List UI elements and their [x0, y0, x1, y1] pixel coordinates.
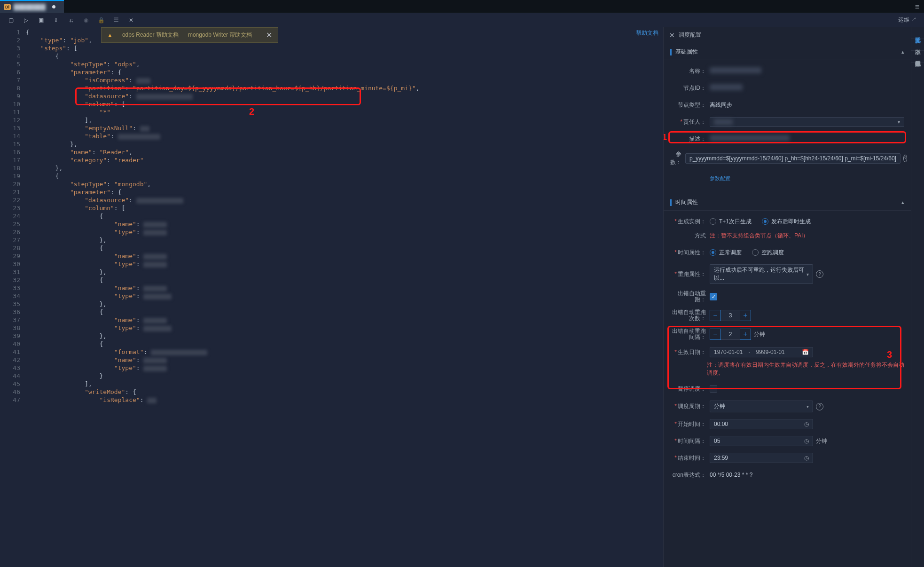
radio-normal-schedule[interactable]: 正常调度 — [710, 249, 742, 257]
name-value — [710, 67, 761, 73]
cycle-label: *调度周期： — [670, 402, 710, 410]
stop-icon[interactable]: ◉ — [79, 15, 93, 26]
help-banner: ▲ odps Reader 帮助文档 mongodb Writer 帮助文档 ✕ — [101, 27, 278, 43]
file-tab[interactable]: Di ████████ — [0, 0, 64, 13]
toolbar: ▢ ▷ ▣ ⇪ ⎌ ◉ 🔒 ☰ ✕ 运维 ↗ — [0, 13, 924, 27]
help-icon[interactable]: ? — [903, 155, 907, 162]
desc-value — [710, 135, 790, 141]
owner-select[interactable]: ▾ — [710, 117, 904, 127]
save-icon[interactable]: ▢ — [4, 15, 18, 26]
ops-link[interactable]: 运维 ↗ — [894, 16, 920, 24]
effective-date-note: 注：调度将在有效日期内生效并自动调度，反之，在有效期外的任务将不会自动调度。 — [707, 361, 904, 377]
end-time-input[interactable]: 23:59 ◷ — [710, 453, 813, 463]
di-badge-icon: Di — [4, 4, 11, 10]
params-input[interactable]: p_yyyymmdd=$[yyyymmdd-15/24/60] p_hh=$[h… — [685, 153, 901, 164]
tab-version[interactable]: 版本 — [911, 39, 924, 51]
radio-publish-immediate[interactable]: 发布后即时生成 — [762, 218, 811, 226]
params-label: 参数： — [670, 150, 685, 166]
time-section-header[interactable]: 时间属性 ▴ — [664, 194, 911, 211]
wrench-icon[interactable]: ✕ — [124, 15, 138, 26]
minutes-suffix: 分钟 — [754, 331, 765, 339]
schedule-panel-body: ✕ 调度配置 基础属性 ▴ 名称： 节点ID： 节点类型： 离 — [664, 27, 911, 567]
name-label: 名称： — [670, 67, 710, 75]
menu-icon[interactable]: ≡ — [910, 0, 924, 13]
tab-file-name: ████████ — [14, 4, 46, 10]
clock-icon: ◷ — [804, 455, 809, 461]
tab-schedule-config[interactable]: 调度配置 — [911, 27, 924, 39]
rerun-count-label: 出错自动重跑次数： — [670, 309, 710, 322]
modified-indicator-icon — [52, 5, 55, 8]
annotation-number-2: 2 — [249, 106, 254, 117]
rerun-interval-label: 出错自动重跑间隔： — [670, 328, 710, 340]
help-icon[interactable]: ? — [816, 403, 823, 410]
node-type-label: 节点类型： — [670, 101, 710, 109]
upload-icon[interactable]: ⇪ — [49, 15, 63, 26]
pause-checkbox[interactable] — [710, 385, 717, 393]
radio-t1-next-day[interactable]: T+1次日生成 — [710, 218, 752, 226]
section-bar-icon — [670, 49, 672, 55]
params-config-link[interactable]: 参数配置 — [710, 175, 730, 182]
cron-value: 00 */5 00-23 * * ? — [710, 472, 904, 478]
main-split: ▲ odps Reader 帮助文档 mongodb Writer 帮助文档 ✕… — [0, 27, 924, 567]
section-title-basic: 基础属性 — [675, 48, 698, 56]
end-time-label: *结束时间： — [670, 454, 710, 462]
warning-icon: ▲ — [107, 32, 113, 39]
panel-close-icon[interactable]: ✕ — [669, 32, 675, 39]
lock-icon[interactable]: 🔒 — [94, 15, 108, 26]
pause-label: 暂停调度： — [670, 385, 710, 393]
reader-help-link[interactable]: odps Reader 帮助文档 — [122, 31, 179, 39]
interval-input[interactable]: 05 ◷ — [710, 436, 813, 446]
gen-instance-label: *生成实例： — [670, 218, 710, 226]
play-icon[interactable]: ▷ — [19, 15, 33, 26]
chevron-down-icon: ▾ — [807, 404, 809, 409]
line-gutter: 1234567891011121314151617181920212223242… — [0, 27, 26, 567]
clock-icon: ◷ — [804, 438, 809, 444]
code-editor[interactable]: 1234567891011121314151617181920212223242… — [0, 27, 663, 567]
owner-label: *责任人： — [670, 118, 710, 126]
plus-icon[interactable]: + — [740, 329, 751, 340]
annotation-number-3: 3 — [887, 349, 892, 360]
minus-icon[interactable]: − — [710, 329, 721, 340]
lineage-icon[interactable]: ☰ — [109, 15, 123, 26]
chevron-up-icon[interactable]: ▴ — [901, 199, 904, 205]
help-doc-link[interactable]: 帮助文档 — [636, 29, 658, 37]
start-time-input[interactable]: 00:00 ◷ — [710, 419, 813, 429]
rerun-count-stepper[interactable]: − 3 + — [710, 310, 751, 321]
basic-section-header[interactable]: 基础属性 ▴ — [664, 43, 911, 60]
gen-instance-note: 注：暂不支持组合类节点（循环、PAI） — [710, 232, 808, 240]
schedule-config-panel: ✕ 调度配置 基础属性 ▴ 名称： 节点ID： 节点类型： 离 — [663, 27, 924, 567]
plus-icon[interactable]: + — [740, 310, 751, 321]
chevron-down-icon: ▾ — [807, 272, 809, 277]
cycle-select[interactable]: 分钟 ▾ — [710, 401, 813, 412]
node-type-value: 离线同步 — [710, 101, 904, 109]
code-lines[interactable]: { "type": "job", "steps": [ { "stepType"… — [26, 27, 663, 567]
start-time-label: *开始时间： — [670, 420, 710, 428]
minus-icon[interactable]: − — [710, 310, 721, 321]
radio-dry-run[interactable]: 空跑调度 — [752, 249, 784, 257]
auto-rerun-label: 出错自动重跑： — [670, 291, 710, 303]
clock-icon: ◷ — [804, 421, 809, 427]
tab-resource-config[interactable]: 数据集成资源组配置 — [911, 51, 924, 63]
chevron-down-icon: ▾ — [898, 119, 900, 125]
run-dev-icon[interactable]: ▣ — [34, 15, 48, 26]
chevron-up-icon[interactable]: ▴ — [901, 49, 904, 55]
gen-mode-sub-label: 方式 — [670, 232, 710, 240]
time-section: *生成实例： T+1次日生成 发布后即时生成 方式 注：暂不支持组合类节点（循环… — [664, 211, 911, 490]
section-bar-icon — [670, 199, 672, 206]
section-title-time: 时间属性 — [675, 198, 698, 206]
node-id-value — [710, 84, 743, 90]
rerun-interval-stepper[interactable]: − 2 + — [710, 329, 751, 340]
panel-header: ✕ 调度配置 — [664, 27, 911, 43]
top-tab-bar: Di ████████ ≡ — [0, 0, 924, 13]
code-editor-pane: ▲ odps Reader 帮助文档 mongodb Writer 帮助文档 ✕… — [0, 27, 663, 567]
calendar-icon: 📅 — [802, 349, 809, 355]
rerun-select[interactable]: 运行成功后不可重跑，运行失败后可以... ▾ — [710, 264, 813, 284]
interval-label: *时间间隔： — [670, 437, 710, 445]
help-icon[interactable]: ? — [816, 270, 823, 278]
effective-date-range[interactable]: 1970-01-01 - 9999-01-01 📅 — [710, 347, 813, 357]
format-icon[interactable]: ⎌ — [64, 15, 78, 26]
auto-rerun-checkbox[interactable]: ✓ — [710, 293, 717, 300]
close-icon[interactable]: ✕ — [266, 31, 272, 39]
desc-label: 描述： — [670, 135, 710, 143]
writer-help-link[interactable]: mongodb Writer 帮助文档 — [188, 31, 252, 39]
